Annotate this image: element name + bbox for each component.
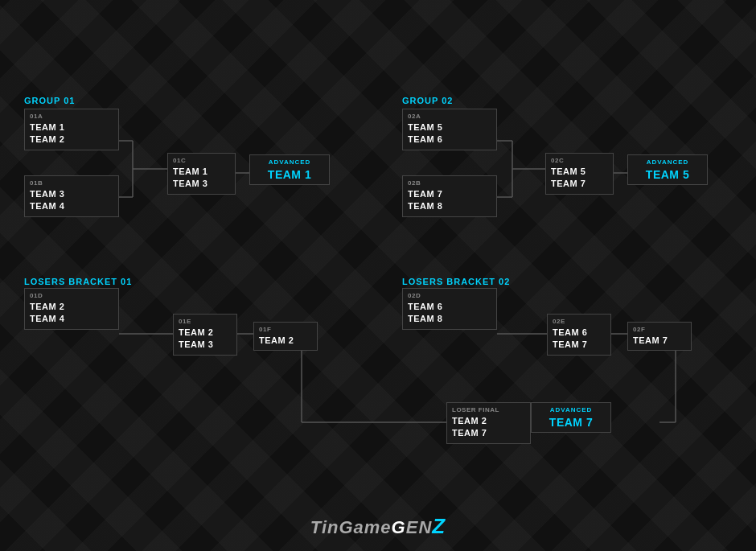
match-01b: 01B TEAM 3 TEAM 4: [24, 175, 119, 217]
group02-label: GROUP 02: [402, 93, 453, 107]
losers02-label: LOSERS BRACKET 02: [402, 273, 510, 288]
match-01f: 01F TEAM 2: [253, 322, 318, 351]
advanced-02: ADVANCED TEAM 5: [627, 154, 708, 185]
match-02e: 02E TEAM 6 TEAM 7: [547, 314, 611, 356]
loser-final: LOSER FINAL TEAM 2 TEAM 7: [446, 402, 531, 444]
match-01a: 01A TEAM 1 TEAM 2: [24, 109, 119, 150]
advanced-01: ADVANCED TEAM 1: [249, 154, 330, 185]
match-01e: 01E TEAM 2 TEAM 3: [173, 314, 237, 356]
bracket-container: GROUP 01 01A TEAM 1 TEAM 2 01B TEAM 3 TE…: [0, 0, 756, 551]
match-01d: 01D TEAM 2 TEAM 4: [24, 288, 119, 330]
match-02d: 02D TEAM 6 TEAM 8: [402, 288, 497, 330]
match-02c: 02C TEAM 5 TEAM 7: [545, 153, 614, 195]
watermark: TinGameGENZ: [310, 514, 446, 539]
match-01c: 01C TEAM 1 TEAM 3: [167, 153, 236, 195]
match-02a: 02A TEAM 5 TEAM 6: [402, 109, 497, 150]
match-02f: 02F TEAM 7: [627, 322, 692, 351]
group01-label: GROUP 01: [24, 93, 75, 107]
match-02b: 02B TEAM 7 TEAM 8: [402, 175, 497, 217]
losers01-label: LOSERS BRACKET 01: [24, 273, 132, 288]
loser-final-advanced: ADVANCED TEAM 7: [531, 402, 611, 433]
